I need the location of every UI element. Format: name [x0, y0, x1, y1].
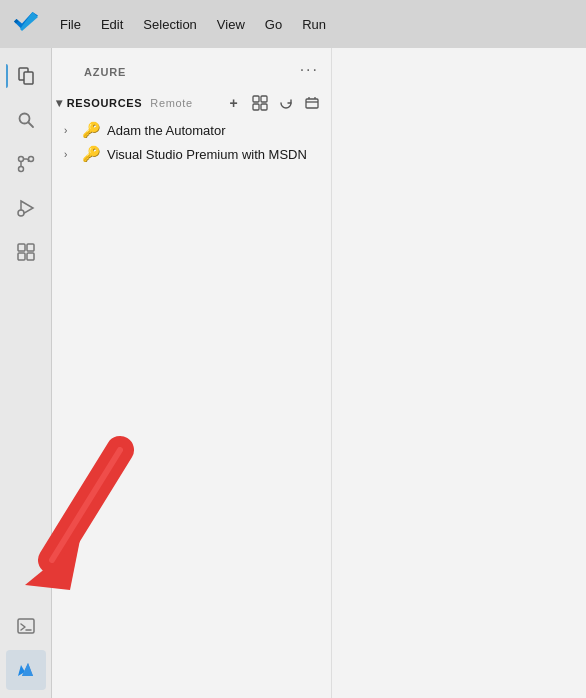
- svg-line-3: [28, 123, 33, 128]
- svg-rect-15: [253, 96, 259, 102]
- resources-label: RESOURCES: [67, 97, 143, 109]
- key-icon-vs: 🔑: [82, 145, 101, 163]
- vscode-logo: [12, 10, 40, 38]
- menu-edit[interactable]: Edit: [101, 17, 123, 32]
- expand-chevron-adam: ›: [64, 125, 76, 136]
- activity-bar-bottom: [6, 606, 46, 698]
- svg-rect-13: [18, 619, 34, 633]
- group-by-button[interactable]: [249, 92, 271, 114]
- svg-rect-1: [24, 72, 33, 84]
- add-resource-button[interactable]: +: [223, 92, 245, 114]
- menu-run[interactable]: Run: [302, 17, 326, 32]
- expand-chevron-vs: ›: [64, 149, 76, 160]
- menu-go[interactable]: Go: [265, 17, 282, 32]
- tree-item-vs-label: Visual Studio Premium with MSDN: [107, 147, 307, 162]
- source-control-icon[interactable]: [6, 144, 46, 184]
- main-content: [332, 48, 586, 698]
- side-panel: AZURE ··· ▾ RESOURCES Remote +: [52, 48, 332, 698]
- svg-rect-18: [261, 104, 267, 110]
- panel-title: AZURE: [68, 56, 142, 84]
- extensions-icon[interactable]: [6, 232, 46, 272]
- svg-point-6: [18, 167, 23, 172]
- search-icon[interactable]: [6, 100, 46, 140]
- run-debug-icon[interactable]: [6, 188, 46, 228]
- open-in-portal-button[interactable]: [301, 92, 323, 114]
- svg-rect-12: [27, 253, 34, 260]
- menu-view[interactable]: View: [217, 17, 245, 32]
- key-icon-adam: 🔑: [82, 121, 101, 139]
- svg-rect-19: [306, 99, 318, 108]
- tree-item-adam-label: Adam the Automator: [107, 123, 226, 138]
- svg-point-5: [28, 157, 33, 162]
- explorer-icon[interactable]: [6, 56, 46, 96]
- azure-icon[interactable]: [6, 650, 46, 690]
- svg-point-4: [18, 157, 23, 162]
- resources-bar: ▾ RESOURCES Remote +: [52, 88, 331, 118]
- svg-rect-9: [18, 244, 25, 251]
- activity-bar: [0, 48, 52, 698]
- menu-bar: File Edit Selection View Go Run: [60, 17, 326, 32]
- main-layout: AZURE ··· ▾ RESOURCES Remote +: [0, 48, 586, 698]
- tree-item-vs-premium[interactable]: › 🔑 Visual Studio Premium with MSDN: [52, 142, 331, 166]
- terminal-icon[interactable]: [6, 606, 46, 646]
- remote-label: Remote: [150, 97, 192, 109]
- refresh-button[interactable]: [275, 92, 297, 114]
- menu-selection[interactable]: Selection: [143, 17, 196, 32]
- resources-chevron[interactable]: ▾: [56, 96, 63, 110]
- more-options-button[interactable]: ···: [300, 61, 319, 79]
- svg-point-8: [18, 210, 24, 216]
- svg-rect-16: [261, 96, 267, 102]
- menu-file[interactable]: File: [60, 17, 81, 32]
- titlebar: File Edit Selection View Go Run: [0, 0, 586, 48]
- svg-rect-11: [18, 253, 25, 260]
- svg-rect-17: [253, 104, 259, 110]
- svg-rect-10: [27, 244, 34, 251]
- tree-item-adam[interactable]: › 🔑 Adam the Automator: [52, 118, 331, 142]
